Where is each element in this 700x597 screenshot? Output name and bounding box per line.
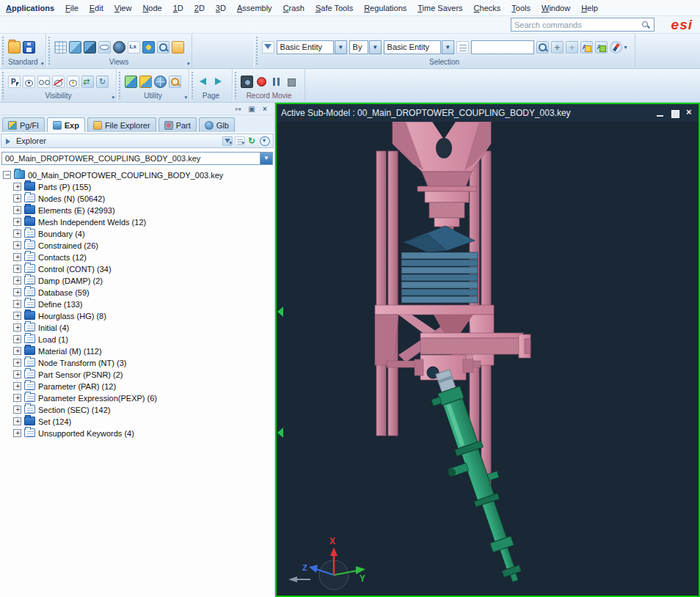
menu-item[interactable]: Safe Tools [316, 4, 353, 12]
menu-item[interactable]: Crash [283, 4, 305, 12]
overflow-arrow-icon[interactable] [187, 61, 190, 67]
expand-icon[interactable] [13, 335, 21, 343]
expand-icon[interactable] [13, 394, 21, 402]
zoom-area-icon[interactable] [157, 41, 169, 54]
menu-item[interactable]: Regulations [364, 4, 406, 12]
render-icon[interactable] [172, 41, 184, 54]
tree-root-row[interactable]: 00_Main_DROPTOWER_COUPLING_BODY_003.key [3, 169, 274, 180]
expand-icon[interactable] [13, 265, 21, 273]
overflow-arrow-icon[interactable] [41, 61, 44, 67]
ad-icon[interactable] [595, 41, 608, 54]
glasses-icon[interactable] [37, 76, 50, 88]
tab-exp[interactable]: Exp [47, 117, 85, 132]
menu-item[interactable]: Time Savers [418, 4, 462, 12]
menu-item[interactable]: File [65, 4, 79, 12]
pick-filter-icon[interactable] [262, 41, 274, 54]
tree-row[interactable]: Elements (E) (42993) [3, 204, 274, 216]
minimize-icon[interactable] [655, 109, 665, 118]
chevron-down-icon[interactable] [442, 40, 454, 54]
tree-row[interactable]: Database (59) [3, 286, 274, 298]
tree-row[interactable]: Material (M) (112) [3, 345, 274, 356]
menu-item[interactable]: View [114, 4, 132, 12]
overflow-arrow-icon[interactable] [184, 95, 187, 100]
tree-row[interactable]: Node Transform (NT) (3) [3, 356, 274, 368]
navigate-icon[interactable] [142, 41, 155, 54]
tree-row[interactable]: Section (SEC) (142) [3, 403, 274, 415]
menu-item[interactable]: Window [542, 4, 570, 12]
globe-utility-icon[interactable] [154, 76, 167, 88]
splitter-arrows[interactable] [277, 307, 283, 438]
menu-item[interactable]: Edit [90, 4, 103, 12]
tree-row[interactable]: Hourglass (HG) (8) [3, 310, 274, 321]
chevron-down-icon[interactable] [335, 40, 347, 54]
rotate-visibility-icon[interactable] [96, 76, 109, 88]
highlight-icon[interactable] [67, 76, 79, 88]
expand-icon[interactable] [13, 300, 21, 308]
expand-icon[interactable] [13, 206, 21, 214]
tab-glb[interactable]: Glb [199, 117, 235, 132]
model-file-combo[interactable]: 00_Main_DROPTOWER_COUPLING_BODY_003.key [1, 152, 273, 165]
overflow-arrow-icon[interactable] [624, 44, 627, 51]
expand-icon[interactable] [13, 194, 21, 202]
tree-row[interactable]: Constrained (26) [3, 239, 274, 251]
id-list-icon[interactable] [456, 41, 469, 54]
entity-type-combo[interactable]: Basic Entity [277, 40, 347, 54]
close-icon[interactable] [685, 109, 694, 118]
tree-row[interactable]: Set (124) [3, 415, 274, 427]
save-icon[interactable] [23, 41, 35, 54]
grid-plane-icon[interactable] [54, 41, 67, 54]
expand-icon[interactable] [13, 183, 21, 191]
tree-row[interactable]: Nodes (N) (50642) [3, 192, 274, 204]
selection-id-input[interactable] [471, 40, 534, 54]
tab-file-explorer[interactable]: File Explorer [87, 117, 156, 132]
expand-icon[interactable] [13, 347, 21, 355]
pick-p-icon[interactable] [8, 76, 21, 88]
record-icon[interactable] [255, 76, 268, 88]
tree-row[interactable]: Parameter (PAR) (12) [3, 380, 274, 392]
tree-row[interactable]: Boundary (4) [3, 227, 274, 239]
tree-row[interactable]: Parts (P) (155) [3, 180, 274, 192]
swap-utility-icon[interactable] [139, 76, 152, 88]
menu-item[interactable]: 1D [173, 4, 183, 12]
refresh-icon[interactable] [247, 136, 258, 146]
tree-row[interactable]: Part Sensor (PSNR) (2) [3, 368, 274, 380]
expand-icon[interactable] [13, 429, 21, 437]
menu-item[interactable]: Tools [511, 4, 531, 12]
chevron-down-icon[interactable] [260, 153, 272, 164]
page-forward-icon[interactable] [212, 76, 225, 88]
overflow-arrow-icon[interactable] [112, 95, 114, 100]
move-tool-icon[interactable] [551, 41, 564, 54]
expand-icon[interactable] [13, 276, 21, 285]
tab-part[interactable]: Part [158, 117, 197, 132]
compass-icon[interactable] [610, 41, 622, 54]
eye-icon[interactable] [23, 76, 35, 88]
expand-icon[interactable] [13, 230, 21, 238]
expand-icon[interactable] [13, 312, 21, 320]
stop-icon[interactable] [285, 76, 297, 88]
pause-icon[interactable] [270, 76, 282, 88]
camera-icon[interactable] [241, 76, 253, 88]
tree-row[interactable]: Control (CONT) (34) [3, 263, 274, 274]
tree-row[interactable]: Define (133) [3, 298, 274, 310]
dock-icon[interactable] [233, 104, 244, 114]
expand-icon[interactable] [13, 241, 21, 249]
menu-item[interactable]: Node [142, 4, 161, 12]
image-utility-icon[interactable] [125, 76, 137, 88]
sort-filter-icon[interactable] [222, 136, 233, 146]
expand-icon[interactable] [13, 417, 21, 425]
find-id-icon[interactable] [536, 41, 549, 54]
tree-row[interactable]: Load (1) [3, 333, 274, 345]
zoom-utility-icon[interactable] [169, 76, 181, 88]
tree-row[interactable]: Initial (4) [3, 321, 274, 333]
maximize-icon[interactable] [670, 109, 679, 118]
search-input[interactable] [514, 21, 641, 29]
chevron-down-icon[interactable] [369, 40, 382, 54]
expand-icon[interactable] [13, 253, 21, 261]
float-icon[interactable] [247, 104, 257, 114]
menu-item[interactable]: 3D [216, 4, 226, 12]
menu-item[interactable]: Assembly [237, 4, 272, 12]
search-icon[interactable] [641, 20, 651, 30]
axis-lx-icon[interactable] [128, 41, 140, 54]
open-file-icon[interactable] [8, 41, 21, 54]
expand-icon[interactable] [13, 288, 21, 296]
